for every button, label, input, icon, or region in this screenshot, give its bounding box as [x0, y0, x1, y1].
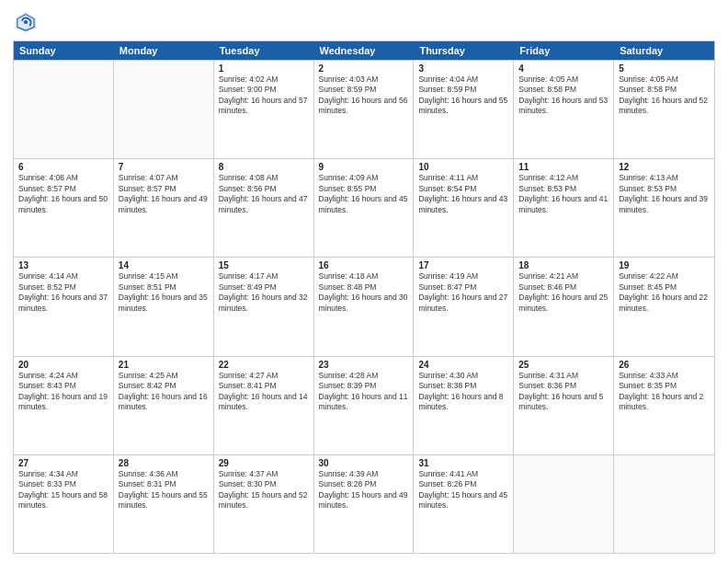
- calendar-week-row: 6Sunrise: 4:06 AMSunset: 8:57 PMDaylight…: [14, 158, 714, 257]
- day-header: Sunday: [14, 41, 114, 60]
- calendar: SundayMondayTuesdayWednesdayThursdayFrid…: [13, 40, 715, 554]
- cell-detail: Sunrise: 4:31 AMSunset: 8:36 PMDaylight:…: [518, 371, 609, 413]
- cell-detail: Sunrise: 4:39 AMSunset: 8:28 PMDaylight:…: [319, 469, 409, 511]
- calendar-cell: 11Sunrise: 4:12 AMSunset: 8:53 PMDayligh…: [514, 159, 614, 257]
- day-header: Monday: [114, 41, 214, 60]
- calendar-cell: 12Sunrise: 4:13 AMSunset: 8:53 PMDayligh…: [614, 159, 714, 257]
- calendar-cell: 9Sunrise: 4:09 AMSunset: 8:55 PMDaylight…: [314, 159, 415, 257]
- cell-detail: Sunrise: 4:11 AMSunset: 8:54 PMDaylight:…: [418, 173, 508, 215]
- calendar-cell: 5Sunrise: 4:05 AMSunset: 8:58 PMDaylight…: [614, 61, 714, 158]
- svg-point-2: [24, 20, 28, 24]
- day-number: 6: [18, 162, 108, 172]
- calendar-cell: 14Sunrise: 4:15 AMSunset: 8:51 PMDayligh…: [114, 258, 214, 355]
- cell-detail: Sunrise: 4:05 AMSunset: 8:58 PMDaylight:…: [619, 75, 710, 117]
- day-number: 5: [619, 63, 710, 74]
- cell-detail: Sunrise: 4:25 AMSunset: 8:42 PMDaylight:…: [119, 371, 209, 413]
- calendar-cell: 8Sunrise: 4:08 AMSunset: 8:56 PMDaylight…: [214, 159, 314, 257]
- day-number: 3: [418, 63, 508, 74]
- day-header: Friday: [514, 41, 614, 60]
- calendar-cell: 27Sunrise: 4:34 AMSunset: 8:33 PMDayligh…: [14, 455, 114, 553]
- day-number: 25: [518, 360, 609, 370]
- calendar-cell: [514, 455, 614, 553]
- day-number: 21: [119, 360, 209, 370]
- day-number: 4: [518, 63, 609, 74]
- day-number: 2: [319, 63, 409, 74]
- calendar-cell: 23Sunrise: 4:28 AMSunset: 8:39 PMDayligh…: [314, 357, 415, 454]
- day-header: Saturday: [614, 41, 714, 60]
- calendar-cell: 17Sunrise: 4:19 AMSunset: 8:47 PMDayligh…: [414, 258, 514, 355]
- calendar-cell: 29Sunrise: 4:37 AMSunset: 8:30 PMDayligh…: [214, 455, 314, 553]
- day-header: Tuesday: [214, 41, 314, 60]
- calendar-cell: 18Sunrise: 4:21 AMSunset: 8:46 PMDayligh…: [514, 258, 614, 355]
- day-number: 29: [219, 458, 309, 468]
- cell-detail: Sunrise: 4:17 AMSunset: 8:49 PMDaylight:…: [219, 271, 309, 314]
- day-number: 14: [119, 260, 209, 270]
- cell-detail: Sunrise: 4:41 AMSunset: 8:26 PMDaylight:…: [418, 469, 508, 511]
- calendar-cell: 4Sunrise: 4:05 AMSunset: 8:58 PMDaylight…: [514, 61, 614, 158]
- day-header: Thursday: [414, 41, 514, 60]
- day-number: 9: [319, 162, 409, 172]
- day-number: 26: [619, 360, 710, 370]
- day-number: 30: [319, 458, 409, 468]
- day-number: 1: [219, 63, 309, 74]
- calendar-cell: 15Sunrise: 4:17 AMSunset: 8:49 PMDayligh…: [214, 258, 314, 355]
- logo-icon: [13, 9, 39, 35]
- day-header: Wednesday: [314, 41, 415, 60]
- cell-detail: Sunrise: 4:34 AMSunset: 8:33 PMDaylight:…: [18, 469, 108, 511]
- calendar-cell: 22Sunrise: 4:27 AMSunset: 8:41 PMDayligh…: [214, 357, 314, 454]
- day-number: 16: [319, 260, 409, 270]
- calendar-body: 1Sunrise: 4:02 AMSunset: 9:00 PMDaylight…: [14, 60, 714, 553]
- calendar-cell: 10Sunrise: 4:11 AMSunset: 8:54 PMDayligh…: [414, 159, 514, 257]
- cell-detail: Sunrise: 4:22 AMSunset: 8:45 PMDaylight:…: [619, 271, 710, 314]
- calendar-cell: 20Sunrise: 4:24 AMSunset: 8:43 PMDayligh…: [14, 357, 114, 454]
- cell-detail: Sunrise: 4:37 AMSunset: 8:30 PMDaylight:…: [219, 469, 309, 511]
- day-number: 13: [18, 260, 108, 270]
- day-number: 24: [418, 360, 508, 370]
- calendar-week-row: 27Sunrise: 4:34 AMSunset: 8:33 PMDayligh…: [14, 454, 714, 553]
- calendar-cell: [614, 455, 714, 553]
- day-number: 31: [418, 458, 508, 468]
- day-number: 17: [418, 260, 508, 270]
- cell-detail: Sunrise: 4:24 AMSunset: 8:43 PMDaylight:…: [18, 371, 108, 413]
- day-number: 19: [619, 260, 710, 270]
- calendar-week-row: 20Sunrise: 4:24 AMSunset: 8:43 PMDayligh…: [14, 356, 714, 454]
- day-number: 28: [119, 458, 209, 468]
- cell-detail: Sunrise: 4:21 AMSunset: 8:46 PMDaylight:…: [518, 271, 609, 314]
- cell-detail: Sunrise: 4:13 AMSunset: 8:53 PMDaylight:…: [619, 173, 710, 215]
- cell-detail: Sunrise: 4:14 AMSunset: 8:52 PMDaylight:…: [18, 271, 108, 314]
- cell-detail: Sunrise: 4:30 AMSunset: 8:38 PMDaylight:…: [418, 371, 508, 413]
- cell-detail: Sunrise: 4:09 AMSunset: 8:55 PMDaylight:…: [319, 173, 409, 215]
- calendar-cell: 31Sunrise: 4:41 AMSunset: 8:26 PMDayligh…: [414, 455, 514, 553]
- day-number: 10: [418, 162, 508, 172]
- day-number: 27: [18, 458, 108, 468]
- calendar-cell: 30Sunrise: 4:39 AMSunset: 8:28 PMDayligh…: [314, 455, 415, 553]
- day-number: 8: [219, 162, 309, 172]
- calendar-week-row: 1Sunrise: 4:02 AMSunset: 9:00 PMDaylight…: [14, 60, 714, 158]
- calendar-week-row: 13Sunrise: 4:14 AMSunset: 8:52 PMDayligh…: [14, 257, 714, 355]
- cell-detail: Sunrise: 4:36 AMSunset: 8:31 PMDaylight:…: [119, 469, 209, 511]
- calendar-cell: 2Sunrise: 4:03 AMSunset: 8:59 PMDaylight…: [314, 61, 415, 158]
- logo: [13, 9, 42, 35]
- day-number: 7: [119, 162, 209, 172]
- day-number: 12: [619, 162, 710, 172]
- day-number: 22: [219, 360, 309, 370]
- day-number: 18: [518, 260, 609, 270]
- calendar-cell: 19Sunrise: 4:22 AMSunset: 8:45 PMDayligh…: [614, 258, 714, 355]
- calendar-cell: 1Sunrise: 4:02 AMSunset: 9:00 PMDaylight…: [214, 61, 314, 158]
- cell-detail: Sunrise: 4:19 AMSunset: 8:47 PMDaylight:…: [418, 271, 508, 314]
- cell-detail: Sunrise: 4:08 AMSunset: 8:56 PMDaylight:…: [219, 173, 309, 215]
- cell-detail: Sunrise: 4:04 AMSunset: 8:59 PMDaylight:…: [418, 75, 508, 117]
- cell-detail: Sunrise: 4:12 AMSunset: 8:53 PMDaylight:…: [518, 173, 609, 215]
- calendar-cell: 7Sunrise: 4:07 AMSunset: 8:57 PMDaylight…: [114, 159, 214, 257]
- day-number: 23: [319, 360, 409, 370]
- calendar-cell: 21Sunrise: 4:25 AMSunset: 8:42 PMDayligh…: [114, 357, 214, 454]
- cell-detail: Sunrise: 4:33 AMSunset: 8:35 PMDaylight:…: [619, 371, 710, 413]
- cell-detail: Sunrise: 4:27 AMSunset: 8:41 PMDaylight:…: [219, 371, 309, 413]
- page-header: [13, 9, 715, 35]
- day-number: 11: [518, 162, 609, 172]
- cell-detail: Sunrise: 4:02 AMSunset: 9:00 PMDaylight:…: [219, 75, 309, 117]
- calendar-cell: 16Sunrise: 4:18 AMSunset: 8:48 PMDayligh…: [314, 258, 415, 355]
- cell-detail: Sunrise: 4:07 AMSunset: 8:57 PMDaylight:…: [119, 173, 209, 215]
- day-number: 15: [219, 260, 309, 270]
- calendar-cell: 24Sunrise: 4:30 AMSunset: 8:38 PMDayligh…: [414, 357, 514, 454]
